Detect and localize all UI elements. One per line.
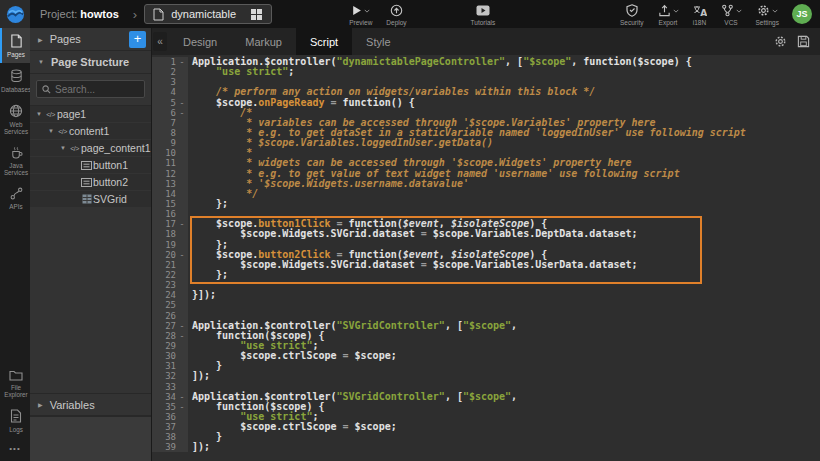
header-action-label: Export [659,19,678,26]
line-number: 29 [152,341,176,351]
pages-section-header[interactable]: ▶ Pages + [30,28,151,51]
app-logo[interactable] [0,0,30,28]
fold-marker[interactable]: - [176,331,188,341]
fold-marker[interactable]: - [176,250,188,260]
button-widget-icon [81,178,92,187]
fold-marker [176,148,188,158]
page-structure-label: Page Structure [51,56,146,68]
database-icon [10,69,23,83]
code-line[interactable]: 32]); [152,371,820,381]
line-number: 14 [152,189,176,199]
add-page-button[interactable]: + [129,31,146,48]
code-line[interactable]: 25 [152,300,820,310]
panel-bottom-filler [30,416,151,461]
fold-marker [176,199,188,209]
rail-item-pages[interactable]: Pages [0,28,30,63]
rail-item-label: Web Services [4,121,28,135]
fold-marker [176,128,188,138]
tab-script[interactable]: Script [296,28,352,55]
caret-right-icon: ▶ [38,401,43,408]
header-action-settings[interactable]: Settings [749,1,787,27]
code-line[interactable]: 2 "use strict"; [152,67,820,77]
header-action-i18n[interactable]: Ai18N [686,1,714,27]
rail-item-label: Databases [1,86,31,93]
header-action-label: Preview [349,19,372,26]
header-action-deploy[interactable]: Deploy [379,1,413,27]
code-line[interactable]: 14 */ [152,189,820,199]
tree-item-page1[interactable]: ▼</>page1 [30,106,151,122]
fold-marker[interactable]: - [176,392,188,402]
tab-style[interactable]: Style [352,28,404,55]
fold-marker [176,280,188,290]
header-action-label: Tutorials [471,19,496,26]
variables-section-header[interactable]: ▶ Variables [30,393,151,416]
header-action-security[interactable]: Security [613,1,650,27]
activity-rail: PagesDatabasesWeb ServicesJava ServicesA… [0,28,30,461]
code-line[interactable]: 37 $scope.ctrlScope = $scope; [152,422,820,432]
page-structure-header[interactable]: ▼ Page Structure [30,51,151,74]
fold-marker [176,179,188,189]
editor-tabs: DesignMarkupScriptStyle [169,28,405,55]
rail-item-apis[interactable]: APIs [0,181,30,215]
code-line[interactable]: 24}]); [152,290,820,300]
fold-marker[interactable]: - [176,108,188,118]
tree-item-SVGrid[interactable]: SVGrid [30,191,151,207]
header-action-label: Security [620,19,643,26]
fold-marker [176,169,188,179]
search-input[interactable] [55,84,139,95]
rail-item-databases[interactable]: Databases [0,63,30,98]
code-line[interactable]: 39]); [152,442,820,452]
export-icon [658,4,671,17]
fold-marker[interactable]: - [176,219,188,229]
code-line[interactable]: 30 $scope.ctrlScope = $scope; [152,351,820,361]
pages-section-label: Pages [50,33,129,45]
tab-markup[interactable]: Markup [231,28,296,55]
code-line[interactable]: 23 [152,280,820,290]
project-name: howtos [80,8,119,20]
caret-right-icon: ▶ [38,36,43,43]
code-line[interactable]: 22 }; [152,270,820,280]
fold-marker[interactable]: - [176,98,188,108]
line-number: 7 [152,118,176,128]
page-tab-title: dynamictable [171,8,236,20]
search-container [30,74,151,106]
rail-item-file-explorer[interactable]: File Explorer [0,363,30,403]
fold-marker[interactable]: - [176,321,188,331]
user-avatar[interactable]: JS [792,4,812,24]
rail-item-java-services[interactable]: Java Services [0,140,30,181]
script-settings-button[interactable] [774,35,787,48]
fold-marker[interactable]: - [176,57,188,67]
line-number: 8 [152,128,176,138]
code-line[interactable]: 38 } [152,432,820,442]
line-number: 6 [152,108,176,118]
search-icon [42,85,51,94]
tree-item-button2[interactable]: button2 [30,174,151,190]
code-line[interactable]: 21 $scope.Widgets.SVGrid.dataset = $scop… [152,260,820,270]
code-line[interactable]: 31 } [152,361,820,371]
tab-design[interactable]: Design [169,28,231,55]
line-number: 2 [152,67,176,77]
line-number: 38 [152,432,176,442]
fold-marker [176,412,188,422]
save-button[interactable] [797,35,810,48]
header-action-preview[interactable]: Preview [342,1,379,27]
code-line[interactable]: 18 $scope.Widgets.SVGrid.dataset = $scop… [152,229,820,239]
header-action-export[interactable]: Export [651,1,686,27]
fold-marker [176,240,188,250]
rail-item-web-services[interactable]: Web Services [0,98,30,140]
header-action-vcs[interactable]: VCS [714,1,749,27]
tree-item-button1[interactable]: button1 [30,157,151,173]
code-editor[interactable]: 1-Application.$controller("dynamictableP… [152,55,820,461]
pages-icon [10,34,23,48]
fold-marker[interactable]: - [176,402,188,412]
tree-item-page_content1[interactable]: ▼</>page_content1 [30,140,151,156]
rail-item-logs[interactable]: Logs [0,403,30,438]
header-action-tutorials[interactable]: Tutorials [464,1,503,27]
page-tab-dynamictable[interactable]: dynamictable [144,4,272,24]
fold-marker [176,229,188,239]
tree-item-content1[interactable]: ▼</>content1 [30,123,151,139]
rail-more-button[interactable]: ••• [0,438,30,461]
collapse-panel-button[interactable]: « [153,32,167,51]
globe-icon [9,104,23,118]
code-line[interactable]: 15 }; [152,199,820,209]
